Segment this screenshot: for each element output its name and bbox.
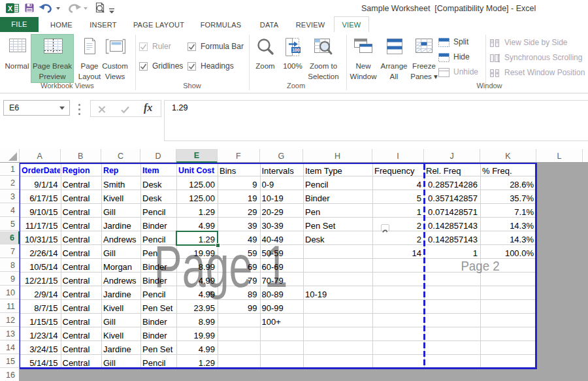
cell-H2[interactable]: Pencil <box>305 176 372 190</box>
cell-I4[interactable]: 1 <box>374 204 421 218</box>
cell-B2[interactable]: Central <box>63 176 101 190</box>
cell-C1[interactable]: Rep <box>103 163 140 176</box>
cell-F11[interactable]: 99 <box>220 300 257 314</box>
button-zoom-to-selection[interactable]: Zoom toSelection <box>302 34 345 83</box>
cell-G6[interactable]: 40-49 <box>262 231 303 245</box>
cell-E10[interactable]: 4.99 <box>178 286 215 300</box>
cell-H1[interactable]: Item Type <box>305 163 372 176</box>
cell-G8[interactable]: 60-69 <box>262 259 303 273</box>
cell-A15[interactable]: 5/14/15 <box>22 355 58 369</box>
row-header-3[interactable]: 3 <box>0 190 19 203</box>
cell-E5[interactable]: 4.99 <box>178 218 215 231</box>
cell-B15[interactable]: Central <box>63 355 101 369</box>
button-custom-views[interactable]: CustomViews <box>93 34 137 83</box>
cell-B11[interactable]: Central <box>63 300 101 314</box>
save-icon[interactable] <box>24 3 35 16</box>
cell-K2[interactable]: 28.6% <box>482 176 534 190</box>
cell-K3[interactable]: 35.7% <box>482 190 534 204</box>
cell-E15[interactable]: 1.29 <box>178 355 215 369</box>
column-header-L[interactable]: L <box>536 149 583 162</box>
cell-B7[interactable]: Central <box>63 245 101 259</box>
column-header-I[interactable]: I <box>372 149 424 162</box>
cell-A8[interactable]: 10/5/14 <box>22 259 58 273</box>
cell-B14[interactable]: Central <box>63 341 101 355</box>
formula-bar-input[interactable]: 1.29 <box>164 100 588 141</box>
cell-C5[interactable]: Jardine <box>103 218 140 231</box>
split-icon[interactable] <box>438 38 449 50</box>
cell-A6[interactable]: 10/31/15 <box>22 231 58 245</box>
cell-B13[interactable]: Central <box>63 327 101 341</box>
row-header-12[interactable]: 12 <box>0 314 19 327</box>
cell-B6[interactable]: Central <box>63 231 101 245</box>
cell-E14[interactable]: 4.99 <box>178 341 215 355</box>
tab-home[interactable]: HOME <box>50 17 73 31</box>
cell-I7[interactable]: 14 <box>374 245 421 259</box>
insert-function-icon[interactable]: fx <box>144 102 152 114</box>
cell-J3[interactable]: 0.357142857 <box>426 190 478 204</box>
cell-F3[interactable]: 19 <box>220 190 257 204</box>
tab-formulas[interactable]: FORMULAS <box>201 17 242 31</box>
cell-D13[interactable]: Binder <box>142 327 176 341</box>
cell-D14[interactable]: Pen Set <box>142 341 176 355</box>
cell-B4[interactable]: Central <box>63 204 101 218</box>
row-header-7[interactable]: 7 <box>0 245 19 258</box>
cell-A1[interactable]: OrderDate <box>22 163 60 176</box>
cell-J7[interactable]: 1 <box>426 245 478 259</box>
row-header-1[interactable]: 1 <box>0 163 19 176</box>
row-header-5[interactable]: 5 <box>0 218 19 231</box>
cell-B9[interactable]: Central <box>63 273 101 286</box>
print-preview-icon[interactable] <box>93 2 106 17</box>
cell-D7[interactable]: Pen <box>142 245 176 259</box>
cell-K7[interactable]: 100.0% <box>482 245 534 259</box>
cell-G12[interactable]: 100+ <box>262 314 303 327</box>
cell-B12[interactable]: Central <box>63 314 101 327</box>
cell-C10[interactable]: Jardine <box>103 286 140 300</box>
cell-D15[interactable]: Pencil <box>142 355 176 369</box>
tab-page-layout[interactable]: PAGE LAYOUT <box>133 17 184 31</box>
cell-A13[interactable]: 1/23/14 <box>22 327 58 341</box>
cell-F1[interactable]: Bins <box>220 163 259 176</box>
cell-C4[interactable]: Gill <box>103 204 140 218</box>
cell-G7[interactable]: 50-59 <box>262 245 303 259</box>
cell-D9[interactable]: Binder <box>142 273 176 286</box>
cell-F9[interactable]: 79 <box>220 273 257 286</box>
cell-F6[interactable]: 49 <box>220 231 257 245</box>
name-box[interactable]: E6 <box>3 100 70 116</box>
cell-F10[interactable]: 89 <box>220 286 257 300</box>
cell-K6[interactable]: 14.3% <box>482 231 534 245</box>
cell-C15[interactable]: Gill <box>103 355 140 369</box>
select-all-corner[interactable] <box>0 149 20 162</box>
row-header-15[interactable]: 15 <box>0 355 19 368</box>
tab-insert[interactable]: INSERT <box>90 17 116 31</box>
cell-D1[interactable]: Item <box>142 163 176 176</box>
cell-F8[interactable]: 69 <box>220 259 257 273</box>
cell-D3[interactable]: Desk <box>142 190 176 204</box>
cell-F5[interactable]: 39 <box>220 218 257 231</box>
row-header-6[interactable]: 6 <box>0 231 20 244</box>
column-header-K[interactable]: K <box>480 149 536 162</box>
column-header-G[interactable]: G <box>260 149 304 162</box>
cell-B10[interactable]: Central <box>63 286 101 300</box>
cell-E4[interactable]: 1.29 <box>178 204 215 218</box>
cell-C8[interactable]: Morgan <box>103 259 140 273</box>
cell-J5[interactable]: 0.142857143 <box>426 218 478 231</box>
row-header-16[interactable]: 16 <box>0 369 19 381</box>
cell-G3[interactable]: 10-19 <box>262 190 303 204</box>
cell-B5[interactable]: Central <box>63 218 101 231</box>
cell-J6[interactable]: 0.142857143 <box>426 231 478 245</box>
cell-A4[interactable]: 9/10/15 <box>22 204 58 218</box>
cell-C2[interactable]: Smith <box>103 176 140 190</box>
hide-icon[interactable] <box>438 53 449 65</box>
tab-review[interactable]: REVIEW <box>296 17 325 31</box>
cell-E8[interactable]: 8.99 <box>178 259 215 273</box>
cell-G5[interactable]: 30-39 <box>262 218 303 231</box>
name-box-dropdown-icon[interactable] <box>59 107 65 110</box>
cell-A7[interactable]: 2/26/14 <box>22 245 58 259</box>
undo-dropdown-icon[interactable] <box>56 7 60 10</box>
cell-C6[interactable]: Andrews <box>103 231 140 245</box>
cell-A14[interactable]: 3/24/15 <box>22 341 58 355</box>
column-header-A[interactable]: A <box>20 149 61 162</box>
cell-I1[interactable]: Frequency <box>374 163 423 176</box>
cell-A9[interactable]: 12/21/15 <box>22 273 58 286</box>
cell-E7[interactable]: 19.99 <box>178 245 215 259</box>
